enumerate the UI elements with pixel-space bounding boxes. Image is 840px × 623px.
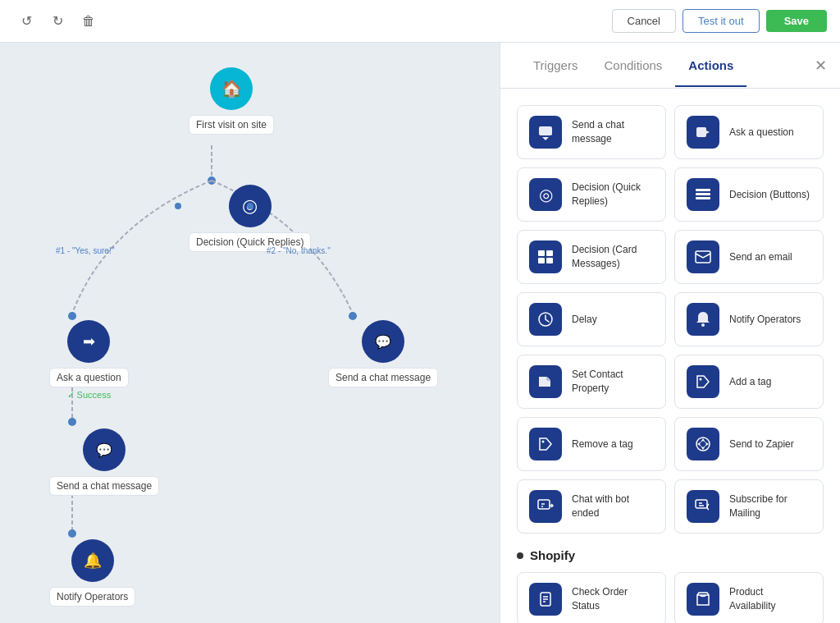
panel-body: Send a chat message Ask a question ◎ Dec… — [500, 89, 840, 623]
send-chat-right-node[interactable]: 💬 Send a chat message — [328, 320, 438, 387]
toolbar-left: ↺ ↻ 🗑 — [13, 8, 102, 34]
send-email-icon — [687, 240, 719, 273]
action-check-order[interactable]: Check Order Status — [517, 572, 666, 623]
decision-quick-label: Decision (Quick Replies) — [572, 181, 654, 208]
action-zapier[interactable]: Send to Zapier — [674, 417, 824, 471]
trigger-icon: 🏠 — [210, 67, 253, 110]
delete-button[interactable]: 🗑 — [75, 8, 102, 34]
send-chat-left-node[interactable]: 💬 Send a chat message — [49, 428, 159, 496]
action-chat-ended[interactable]: Chat with bot ended — [517, 479, 666, 534]
svg-rect-13 — [538, 250, 545, 256]
send-chat-label: Send a chat message — [572, 118, 654, 146]
set-contact-label: Set Contact Property — [572, 368, 654, 396]
svg-rect-14 — [546, 250, 553, 256]
send-chat-left-icon: 💬 — [83, 428, 126, 471]
svg-rect-24 — [696, 500, 707, 508]
chat-ended-icon — [529, 490, 562, 523]
svg-rect-10 — [696, 189, 710, 191]
action-notify[interactable]: Notify Operators — [674, 292, 824, 346]
send-email-label: Send an email — [729, 250, 792, 264]
svg-rect-12 — [696, 197, 710, 199]
product-availability-icon — [687, 583, 719, 616]
ask-question-node[interactable]: ➡ Ask a question ✓ Success — [49, 320, 129, 401]
shopify-dot — [517, 552, 523, 559]
action-decision-buttons[interactable]: Decision (Buttons) — [674, 167, 824, 222]
add-tag-label: Add a tag — [729, 375, 771, 389]
action-send-chat[interactable]: Send a chat message — [517, 105, 666, 159]
notify-action-icon — [687, 303, 719, 336]
toolbar: ↺ ↻ 🗑 Cancel Test it out Save — [0, 0, 840, 43]
decision-buttons-icon — [687, 178, 719, 211]
remove-tag-icon — [529, 428, 562, 460]
chat-ended-label: Chat with bot ended — [572, 492, 654, 520]
action-remove-tag[interactable]: Remove a tag — [517, 417, 666, 471]
decision-node[interactable]: ◎ Decision (Quick Replies) — [189, 185, 311, 252]
success-label: ✓ Success — [67, 390, 112, 401]
decision-dot-left — [175, 203, 181, 209]
actions-grid: Send a chat message Ask a question ◎ Dec… — [517, 105, 824, 534]
right-panel: Triggers Conditions Actions ✕ Send a cha… — [500, 43, 840, 623]
action-product-availability[interactable]: Product Availability — [674, 572, 824, 623]
svg-point-5 — [68, 418, 76, 426]
action-add-tag[interactable]: Add a tag — [674, 355, 824, 409]
svg-rect-8 — [539, 126, 552, 135]
tab-actions[interactable]: Actions — [675, 45, 746, 87]
delay-label: Delay — [572, 313, 597, 327]
redo-button[interactable]: ↻ — [44, 8, 71, 34]
tab-conditions[interactable]: Conditions — [591, 45, 675, 87]
main-area: 🏠 First visit on site ◎ Decision (Quick … — [0, 43, 840, 623]
shopify-grid: Check Order Status Product Availability … — [517, 572, 824, 623]
check-order-icon — [529, 583, 562, 616]
send-chat-action-icon — [529, 116, 562, 149]
notify-label: Notify Operators — [49, 587, 135, 607]
subscribe-label: Subscribe for Mailing — [729, 492, 811, 520]
action-send-email[interactable]: Send an email — [674, 230, 824, 284]
decision-buttons-label: Decision (Buttons) — [729, 188, 810, 202]
action-set-contact[interactable]: Set Contact Property — [517, 355, 666, 409]
decision-card-icon — [529, 240, 562, 273]
action-delay[interactable]: Delay — [517, 292, 666, 346]
trigger-label: First visit on site — [189, 115, 274, 135]
action-decision-quick[interactable]: ◎ Decision (Quick Replies) — [517, 167, 666, 222]
send-chat-left-label: Send a chat message — [49, 476, 159, 496]
close-panel-button[interactable]: ✕ — [815, 57, 827, 75]
remove-tag-label: Remove a tag — [572, 437, 633, 451]
trigger-node[interactable]: 🏠 First visit on site — [189, 67, 274, 135]
svg-point-1 — [208, 176, 216, 185]
panel-header: Triggers Conditions Actions ✕ — [500, 43, 840, 89]
subscribe-icon — [687, 490, 719, 523]
ask-question-label: Ask a question — [49, 368, 129, 387]
check-order-label: Check Order Status — [572, 585, 654, 613]
set-contact-icon — [529, 365, 562, 398]
branch2-label: #2 - "No, thanks." — [267, 246, 331, 255]
shopify-title: Shopify — [530, 548, 575, 562]
send-chat-right-icon: 💬 — [362, 320, 404, 363]
branch1-label: #1 - "Yes, sure!" — [56, 246, 114, 255]
svg-rect-11 — [696, 193, 710, 195]
action-decision-card[interactable]: Decision (Card Messages) — [517, 230, 666, 284]
action-subscribe[interactable]: Subscribe for Mailing — [674, 479, 824, 534]
ask-question-icon: ➡ — [67, 320, 110, 363]
tab-triggers[interactable]: Triggers — [520, 45, 591, 87]
action-ask-question[interactable]: Ask a question — [674, 105, 824, 159]
svg-point-2 — [68, 312, 76, 320]
save-button[interactable]: Save — [766, 10, 827, 32]
svg-rect-17 — [696, 251, 710, 263]
delay-icon — [529, 303, 562, 336]
test-button[interactable]: Test it out — [682, 9, 760, 33]
product-availability-label: Product Availability — [729, 585, 811, 613]
decision-card-label: Decision (Card Messages) — [572, 243, 654, 271]
decision-quick-icon: ◎ — [529, 178, 562, 211]
cancel-button[interactable]: Cancel — [612, 9, 676, 33]
decision-dot-right — [247, 203, 253, 209]
zapier-icon — [687, 428, 719, 460]
zapier-label: Send to Zapier — [729, 437, 794, 451]
undo-button[interactable]: ↺ — [13, 8, 39, 34]
svg-point-21 — [542, 441, 545, 443]
notify-icon: 🔔 — [71, 539, 114, 582]
send-chat-right-label: Send a chat message — [328, 368, 438, 387]
svg-point-20 — [700, 378, 702, 381]
notify-node[interactable]: 🔔 Notify Operators — [49, 539, 135, 607]
shopify-section-header: Shopify — [517, 548, 824, 562]
canvas[interactable]: 🏠 First visit on site ◎ Decision (Quick … — [0, 43, 500, 623]
